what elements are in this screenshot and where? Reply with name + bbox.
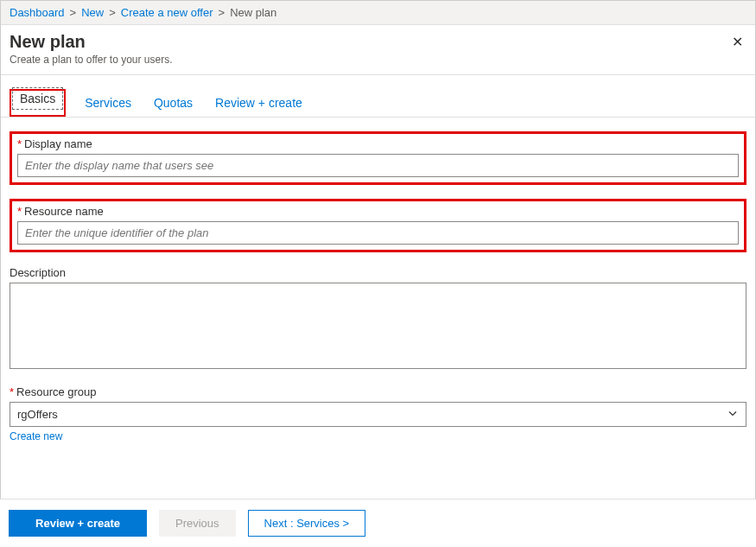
resource-name-label: *Resource name bbox=[17, 205, 739, 218]
breadcrumb-create-offer[interactable]: Create a new offer bbox=[121, 6, 213, 19]
required-asterisk: * bbox=[17, 205, 22, 218]
next-button[interactable]: Next : Services > bbox=[248, 510, 366, 537]
page-subtitle: Create a plan to offer to your users. bbox=[10, 54, 746, 66]
display-name-input[interactable] bbox=[17, 154, 739, 177]
close-button[interactable]: ✕ bbox=[732, 34, 743, 50]
breadcrumb-new[interactable]: New bbox=[81, 6, 104, 19]
tab-review[interactable]: Review + create bbox=[212, 91, 306, 117]
description-label: Description bbox=[10, 266, 746, 279]
tab-services[interactable]: Services bbox=[81, 91, 135, 117]
field-resource-name: *Resource name bbox=[10, 199, 746, 252]
breadcrumb-dashboard[interactable]: Dashboard bbox=[10, 6, 65, 19]
page-header: New plan Create a plan to offer to your … bbox=[1, 25, 755, 75]
tab-quotas[interactable]: Quotas bbox=[150, 91, 196, 117]
close-icon: ✕ bbox=[732, 35, 743, 49]
create-new-link[interactable]: Create new bbox=[10, 430, 62, 442]
form-area: *Display name *Resource name Description… bbox=[1, 118, 755, 465]
resource-group-select[interactable]: rgOffers bbox=[10, 402, 746, 427]
review-create-button[interactable]: Review + create bbox=[9, 510, 147, 537]
field-description: Description bbox=[10, 266, 746, 372]
required-asterisk: * bbox=[10, 385, 14, 398]
field-resource-group: *Resource group rgOffers Create new bbox=[10, 385, 746, 442]
chevron-right-icon: > bbox=[70, 6, 77, 19]
tab-bar: Basics Services Quotas Review + create bbox=[1, 75, 755, 118]
breadcrumb: Dashboard > New > Create a new offer > N… bbox=[1, 1, 755, 25]
previous-button: Previous bbox=[159, 510, 236, 537]
field-display-name: *Display name bbox=[10, 131, 746, 185]
footer-bar: Review + create Previous Next : Services… bbox=[0, 499, 756, 547]
resource-group-label: *Resource group bbox=[10, 385, 746, 398]
description-input[interactable] bbox=[10, 283, 746, 369]
tab-basics[interactable]: Basics bbox=[12, 87, 63, 110]
required-asterisk: * bbox=[17, 137, 22, 150]
chevron-right-icon: > bbox=[219, 6, 226, 19]
breadcrumb-current: New plan bbox=[230, 6, 276, 19]
chevron-right-icon: > bbox=[109, 6, 116, 19]
resource-name-input[interactable] bbox=[17, 221, 739, 245]
display-name-label: *Display name bbox=[17, 137, 739, 150]
page-title: New plan bbox=[10, 32, 746, 52]
